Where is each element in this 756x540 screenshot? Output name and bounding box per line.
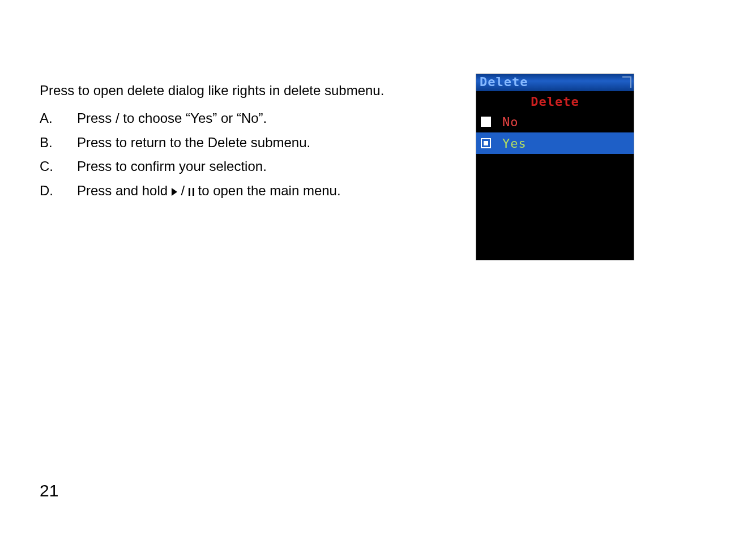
step-body: Press to confirm your selection. <box>77 155 425 178</box>
step-list: A. Press / to choose “Yes” or “No”. B. P… <box>40 107 425 203</box>
step-label: B. <box>40 131 55 155</box>
step-a: A. Press / to choose “Yes” or “No”. <box>40 107 425 130</box>
step-body: Press and hold / to open the main menu. <box>77 179 425 203</box>
step-d-after: to open the main menu. <box>198 183 340 198</box>
dialog-heading: Delete <box>476 91 634 111</box>
step-body: Press to return to the Delete submenu. <box>77 131 425 155</box>
option-label: No <box>499 115 522 129</box>
titlebar: Delete <box>476 74 634 91</box>
checkbox-icon <box>481 117 491 127</box>
device-screen: Delete Delete No Yes <box>476 74 634 260</box>
option-no[interactable]: No <box>476 111 634 132</box>
step-body: Press / to choose “Yes” or “No”. <box>77 107 425 130</box>
intro-paragraph: Press to open delete dialog like rights … <box>40 79 425 102</box>
option-label: Yes <box>499 136 530 151</box>
step-b: B. Press to return to the Delete submenu… <box>40 131 425 155</box>
step-d: D. Press and hold / to open the main men… <box>40 179 425 203</box>
pause-icon <box>189 188 194 196</box>
slash: / <box>181 183 188 198</box>
play-icon <box>172 188 177 196</box>
step-label: A. <box>40 107 55 130</box>
step-label: C. <box>40 155 55 178</box>
device-screenshot: Delete Delete No Yes <box>476 74 634 260</box>
page-number: 21 <box>40 481 58 500</box>
step-c: C. Press to confirm your selection. <box>40 155 425 178</box>
option-yes[interactable]: Yes <box>476 132 634 154</box>
checkbox-icon <box>481 138 491 148</box>
step-label: D. <box>40 179 55 203</box>
instruction-text: Press to open delete dialog like rights … <box>40 79 425 204</box>
step-d-before: Press and hold <box>77 183 172 198</box>
